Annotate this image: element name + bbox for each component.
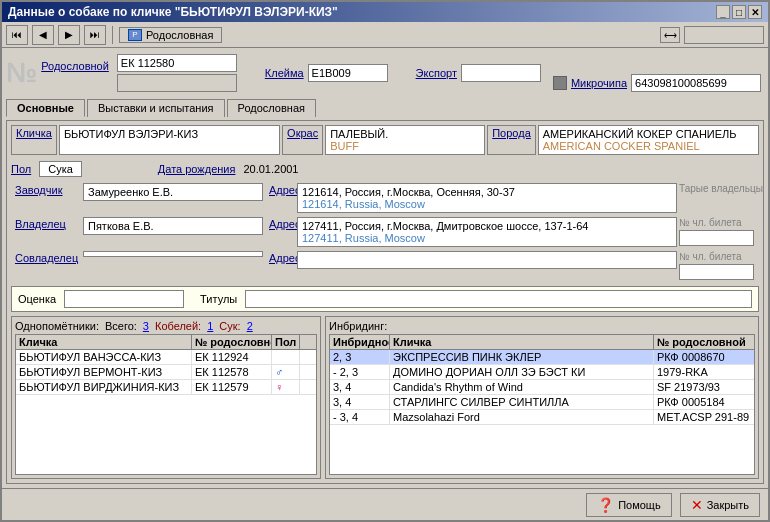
sovladelets-address bbox=[297, 251, 677, 269]
help-button[interactable]: ❓ Помощь bbox=[586, 493, 672, 517]
next-record-button[interactable]: ▶ bbox=[58, 25, 80, 45]
chlen-bileta-input2[interactable] bbox=[679, 264, 754, 280]
tituly-input[interactable] bbox=[245, 290, 752, 308]
inbreed-row-2[interactable]: - 2, 3 ДОМИНО ДОРИАН ОЛЛ ЗЭ БЭСТ КИ 1979… bbox=[330, 365, 754, 380]
litter-row-1[interactable]: БЬЮТИФУЛ ВАНЭССА-КИЗ ЕК 112924 bbox=[16, 350, 316, 365]
pedigree-input[interactable] bbox=[117, 54, 237, 72]
litter-row-3[interactable]: БЬЮТИФУЛ ВИРДЖИНИЯ-КИЗ ЕК 112579 ♀ bbox=[16, 380, 316, 395]
chlen-bileta-label1: № чл. билета bbox=[679, 217, 759, 228]
inbreed-col-inbrid: Инбридность bbox=[330, 335, 390, 349]
inbreeding-panel: Инбридинг: Инбридность Кличка № родослов… bbox=[325, 316, 759, 479]
sovladelets-row: Совладелец Адрес № чл. билета bbox=[11, 251, 759, 280]
pedigree-value-section bbox=[117, 54, 237, 92]
inbreed-row-1[interactable]: 2, 3 ЭКСПРЕССИВ ПИНК ЭКЛЕР РКФ 0008670 bbox=[330, 350, 754, 365]
close-label: Закрыть bbox=[707, 499, 749, 511]
vladelets-value: Пяткова Е.В. bbox=[83, 217, 263, 235]
ocenka-input[interactable] bbox=[64, 290, 184, 308]
inbreeding-header: Инбридинг: bbox=[329, 320, 755, 332]
maximize-button[interactable]: □ bbox=[732, 5, 746, 19]
close-button[interactable]: ✕ bbox=[748, 5, 762, 19]
inbreed-inbrid-4: 3, 4 bbox=[330, 395, 390, 409]
sovladelets-adres-label: Адрес bbox=[265, 251, 295, 265]
zavodchik-row: Заводчик Замуреенко Е.В. Адрес 121614, Р… bbox=[11, 183, 759, 213]
toolbar-right: ⟷ bbox=[660, 26, 764, 44]
littermates-panel: Однопомётники: Всего: 3 Кобелей: 1 Сук: … bbox=[11, 316, 321, 479]
kobelei-value[interactable]: 1 bbox=[207, 320, 213, 332]
tab-rodoslovnaya[interactable]: Родословная bbox=[227, 99, 316, 117]
klichka-label: Кличка bbox=[11, 125, 57, 155]
zavodchik-addr1: 121614, Россия, г.Москва, Осенняя, 30-37 bbox=[302, 186, 672, 198]
staryy-input[interactable] bbox=[117, 74, 237, 92]
export-input[interactable] bbox=[461, 64, 541, 82]
pedigree-mode-label: P Родословная bbox=[119, 27, 222, 43]
close-button-footer[interactable]: ✕ Закрыть bbox=[680, 493, 760, 517]
littermates-label: Однопомётники: bbox=[15, 320, 99, 332]
litter-sex-1 bbox=[300, 350, 316, 364]
record-no-section: № Родословной Старый bbox=[6, 59, 109, 87]
toolbar-slider[interactable] bbox=[684, 26, 764, 44]
window-title: Данные о собаке по кличке "БЬЮТИФУЛ ВЭЛЭ… bbox=[8, 5, 338, 19]
litter-rodo-2: ЕК 112578 bbox=[192, 365, 272, 379]
breed-label: Порода bbox=[487, 125, 536, 155]
inbreed-klichka-1: ЭКСПРЕССИВ ПИНК ЭКЛЕР bbox=[390, 350, 654, 364]
vladelets-adres-label: Адрес bbox=[265, 217, 295, 231]
form-area: № Родословной Старый Клейма Экспорт М bbox=[2, 48, 768, 488]
ocenka-label: Оценка bbox=[18, 293, 56, 305]
litter-row-2[interactable]: БЬЮТИФУЛ ВЕРМОНТ-КИЗ ЕК 112578 ♂ bbox=[16, 365, 316, 380]
pedigree-label-text: Родословная bbox=[146, 29, 213, 41]
littermates-table: Кличка № родословной Пол БЬЮТИФУЛ ВАНЭСС… bbox=[15, 334, 317, 475]
tabs-bar: Основные Выставки и испытания Родословна… bbox=[6, 99, 764, 117]
zavodchik-label: Заводчик bbox=[11, 183, 81, 197]
inbreed-row-5[interactable]: - 3, 4 Mazsolahazi Ford MET.ACSP 291-89 bbox=[330, 410, 754, 425]
total-value[interactable]: 3 bbox=[143, 320, 149, 332]
inbreed-col-rodo: № родословной bbox=[654, 335, 754, 349]
inbreed-col-klichka: Кличка bbox=[390, 335, 654, 349]
footer-bar: ❓ Помощь ✕ Закрыть bbox=[2, 488, 768, 520]
chlen-bileta-label2: № чл. билета bbox=[679, 251, 759, 262]
inbreeding-label: Инбридинг: bbox=[329, 320, 387, 332]
klichka-value: БЬЮТИФУЛ ВЭЛЭРИ-КИЗ bbox=[59, 125, 280, 155]
litter-col-pol: Пол bbox=[272, 335, 300, 349]
litter-col-extra bbox=[300, 335, 316, 349]
kleimo-input[interactable] bbox=[308, 64, 388, 82]
tab-vystavki[interactable]: Выставки и испытания bbox=[87, 99, 225, 117]
inbreed-row-3[interactable]: 3, 4 Candida's Rhythm of Wind SF 21973/9… bbox=[330, 380, 754, 395]
microchip-label: Микрочипа bbox=[571, 77, 627, 89]
okras-value: ПАЛЕВЫЙ. BUFF bbox=[325, 125, 485, 155]
kobelei-label: Кобелей: bbox=[155, 320, 201, 332]
toolbar: ⏮ ◀ ▶ ⏭ P Родословная ⟷ bbox=[2, 22, 768, 48]
prev-record-button[interactable]: ◀ bbox=[32, 25, 54, 45]
last-record-button[interactable]: ⏭ bbox=[84, 25, 106, 45]
help-label: Помощь bbox=[618, 499, 661, 511]
inbreeding-table-body: 2, 3 ЭКСПРЕССИВ ПИНК ЭКЛЕР РКФ 0008670 -… bbox=[330, 350, 754, 474]
inbreed-inbrid-3: 3, 4 bbox=[330, 380, 390, 394]
suk-value[interactable]: 2 bbox=[247, 320, 253, 332]
total-label: Всего: bbox=[105, 320, 137, 332]
vladelets-address: 127411, Россия, г.Москва, Дмитровское шо… bbox=[297, 217, 677, 247]
okras-line2: BUFF bbox=[330, 140, 480, 152]
inbreed-row-4[interactable]: 3, 4 СТАРЛИНГС СИЛВЕР СИНТИЛЛА РКФ 00051… bbox=[330, 395, 754, 410]
tab-osnovnye[interactable]: Основные bbox=[6, 99, 85, 117]
klichka-row: Кличка БЬЮТИФУЛ ВЭЛЭРИ-КИЗ Окрас ПАЛЕВЫЙ… bbox=[11, 125, 759, 155]
vladelets-row: Владелец Пяткова Е.В. Адрес 127411, Росс… bbox=[11, 217, 759, 247]
inbreed-rodo-3: SF 21973/93 bbox=[654, 380, 754, 394]
minimize-button[interactable]: _ bbox=[716, 5, 730, 19]
inbreed-klichka-4: СТАРЛИНГС СИЛВЕР СИНТИЛЛА bbox=[390, 395, 654, 409]
litter-pol-3: ♀ bbox=[272, 380, 300, 394]
dob-label: Дата рождения bbox=[158, 163, 240, 175]
pol-value: Сука bbox=[39, 161, 82, 177]
no-labels: Родословной Старый bbox=[41, 60, 109, 86]
litter-pol-1 bbox=[272, 350, 300, 364]
kleimo-section: Клейма bbox=[265, 64, 388, 82]
microchip-input[interactable] bbox=[631, 74, 761, 92]
chlen-bileta-input1[interactable] bbox=[679, 230, 754, 246]
staryye-vladeltsy-label: Тарые владельцы bbox=[679, 183, 759, 194]
dob-value: 20.01.2001 bbox=[243, 163, 298, 175]
inbreed-klichka-3: Candida's Rhythm of Wind bbox=[390, 380, 654, 394]
record-header: № Родословной Старый Клейма Экспорт М bbox=[6, 52, 764, 94]
content-area: Кличка БЬЮТИФУЛ ВЭЛЭРИ-КИЗ Окрас ПАЛЕВЫЙ… bbox=[6, 120, 764, 484]
first-record-button[interactable]: ⏮ bbox=[6, 25, 28, 45]
pol-section: Пол Сука bbox=[11, 161, 82, 177]
dob-section: Дата рождения 20.01.2001 bbox=[158, 163, 299, 175]
inbreed-inbrid-2: - 2, 3 bbox=[330, 365, 390, 379]
